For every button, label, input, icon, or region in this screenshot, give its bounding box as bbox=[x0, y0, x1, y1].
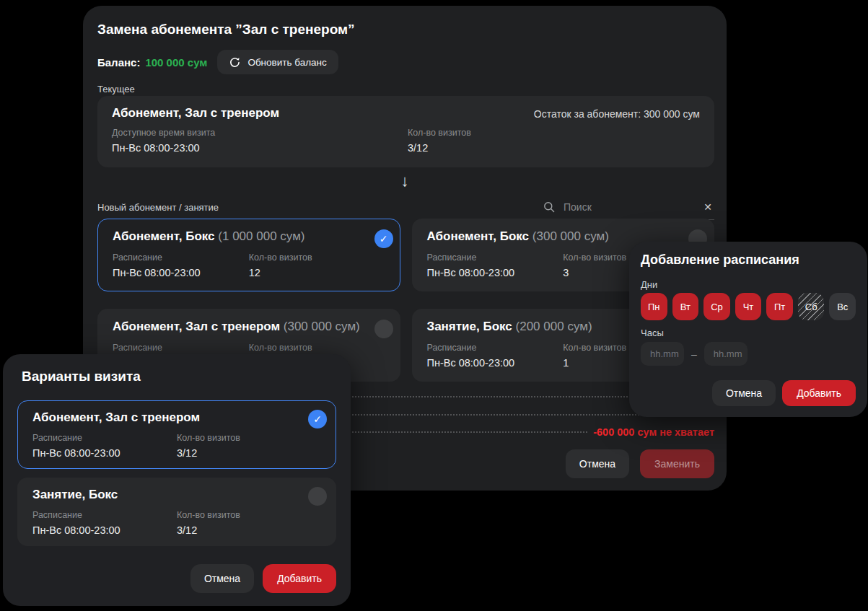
offer-card[interactable]: Абонемент, Бокс (1 000 000 сум) ✓ Распис… bbox=[97, 219, 400, 291]
visits-label: Кол-во визитов bbox=[177, 510, 321, 520]
visits-label: Кол-во визитов bbox=[249, 343, 385, 353]
offer-price: (300 000 сум) bbox=[532, 229, 609, 243]
visit-option-card[interactable]: Абонемент, Зал с тренером ✓ Расписание П… bbox=[17, 400, 336, 469]
current-subscription-card: Абонемент, Зал с тренером Остаток за або… bbox=[97, 96, 714, 167]
visit-modal-title: Варианты визита bbox=[22, 369, 141, 384]
visits-value: 12 bbox=[249, 267, 385, 278]
offer-title: Абонемент, Зал с тренером (300 000 сум) bbox=[113, 320, 385, 334]
schedule-label: Расписание bbox=[427, 252, 564, 263]
current-card-title: Абонемент, Зал с тренером bbox=[112, 106, 279, 120]
current-card-remainder: Остаток за абонемент: 300 000 сум bbox=[534, 108, 700, 120]
offer-price: (200 000 сум) bbox=[516, 320, 592, 333]
schedule-cancel-button[interactable]: Отмена bbox=[712, 380, 776, 406]
schedule-value: Пн-Вс 08:00-23:00 bbox=[427, 357, 564, 369]
schedule-modal-title: Добавление расписания bbox=[641, 252, 799, 268]
balance-label: Баланс: bbox=[97, 56, 140, 69]
offer-title: Абонемент, Бокс (1 000 000 сум) bbox=[113, 229, 385, 244]
check-icon: ✓ bbox=[313, 413, 322, 425]
offer-price: (300 000 сум) bbox=[284, 320, 360, 333]
balance-row: Баланс: 100 000 сум Обновить баланс bbox=[97, 49, 338, 75]
schedule-add-button[interactable]: Добавить bbox=[782, 380, 856, 406]
visit-option-card[interactable]: Занятие, Бокс ✓ Расписание Пн-Вс 08:00-2… bbox=[17, 478, 336, 546]
main-modal-footer: Отмена Заменить bbox=[566, 449, 714, 478]
visit-time-value: Пн-Вс 08:00-23:00 bbox=[112, 142, 215, 154]
visits-label: Кол-во визитов bbox=[177, 433, 321, 443]
refresh-icon bbox=[229, 56, 241, 69]
refresh-balance-label: Обновить баланс bbox=[247, 57, 326, 68]
offer-radio[interactable]: ✓ bbox=[374, 320, 393, 338]
time-from-input[interactable] bbox=[641, 342, 684, 366]
day-chip-thu[interactable]: Чт bbox=[735, 293, 762, 320]
check-icon: ✓ bbox=[380, 233, 388, 245]
visit-option-title: Занятие, Бокс bbox=[32, 488, 321, 502]
day-chip-sun[interactable]: Вс bbox=[829, 293, 856, 320]
shortfall-text: -600 000 сум не хватает bbox=[593, 426, 714, 438]
refresh-balance-button[interactable]: Обновить баланс bbox=[217, 50, 338, 74]
visit-option-radio[interactable]: ✓ bbox=[308, 410, 327, 428]
visit-add-button[interactable]: Добавить bbox=[263, 564, 336, 593]
add-schedule-modal: Добавление расписания Дни Пн Вт Ср Чт Пт… bbox=[629, 242, 867, 417]
day-chip-tue[interactable]: Вт bbox=[672, 293, 699, 320]
day-chip-fri[interactable]: Пт bbox=[766, 293, 793, 320]
new-section-label: Новый абонемент / занятие bbox=[97, 202, 219, 213]
arrow-down-icon: ↓ bbox=[83, 172, 727, 190]
visit-option-title: Абонемент, Зал с тренером bbox=[32, 410, 321, 425]
time-range-row: – bbox=[641, 342, 748, 366]
current-section-label: Текущее bbox=[97, 84, 135, 94]
visit-time-label: Доступное время визита bbox=[112, 128, 215, 138]
schedule-modal-footer: Отмена Добавить bbox=[712, 380, 856, 406]
hours-label: Часы bbox=[641, 328, 664, 338]
time-dash: – bbox=[691, 348, 697, 360]
cancel-button[interactable]: Отмена bbox=[566, 449, 629, 478]
schedule-value: Пн-Вс 08:00-23:00 bbox=[32, 447, 177, 459]
offer-radio[interactable]: ✓ bbox=[374, 229, 393, 248]
schedule-label: Расписание bbox=[113, 252, 249, 263]
schedule-label: Расписание bbox=[32, 510, 177, 520]
visits-count-label: Кол-во визитов bbox=[408, 128, 471, 138]
schedule-value: Пн-Вс 08:00-23:00 bbox=[32, 524, 177, 536]
day-chip-mon[interactable]: Пн bbox=[641, 293, 667, 320]
time-to-input[interactable] bbox=[704, 342, 748, 366]
schedule-label: Расписание bbox=[32, 433, 177, 443]
visit-options-modal: Варианты визита Абонемент, Зал с тренеро… bbox=[3, 354, 351, 606]
visit-option-radio[interactable]: ✓ bbox=[308, 487, 327, 506]
offer-price: (1 000 000 сум) bbox=[218, 229, 304, 243]
day-chips-row: Пн Вт Ср Чт Пт Сб Вс bbox=[641, 293, 856, 320]
visit-cancel-button[interactable]: Отмена bbox=[190, 564, 254, 593]
search-box: ✕ bbox=[541, 195, 714, 220]
modal-title: Замена абонемента ”Зал с тренером” bbox=[97, 22, 355, 38]
search-icon bbox=[543, 201, 555, 213]
schedule-value: Пн-Вс 08:00-23:00 bbox=[427, 267, 564, 278]
day-chip-sat[interactable]: Сб bbox=[798, 293, 825, 320]
days-label: Дни bbox=[641, 279, 657, 290]
schedule-label: Расписание bbox=[113, 343, 249, 353]
schedule-value: Пн-Вс 08:00-23:00 bbox=[113, 267, 249, 278]
visit-modal-footer: Отмена Добавить bbox=[190, 564, 336, 593]
balance-value: 100 000 сум bbox=[145, 56, 207, 69]
visits-label: Кол-во визитов bbox=[249, 252, 385, 263]
visits-count-value: 3/12 bbox=[408, 142, 471, 154]
search-input[interactable] bbox=[562, 201, 696, 214]
search-clear-icon[interactable]: ✕ bbox=[703, 201, 712, 213]
schedule-label: Расписание bbox=[427, 343, 564, 353]
visits-value: 3/12 bbox=[177, 447, 321, 459]
visits-value: 3/12 bbox=[177, 524, 321, 536]
day-chip-wed[interactable]: Ср bbox=[703, 293, 730, 320]
replace-button[interactable]: Заменить bbox=[640, 449, 714, 478]
